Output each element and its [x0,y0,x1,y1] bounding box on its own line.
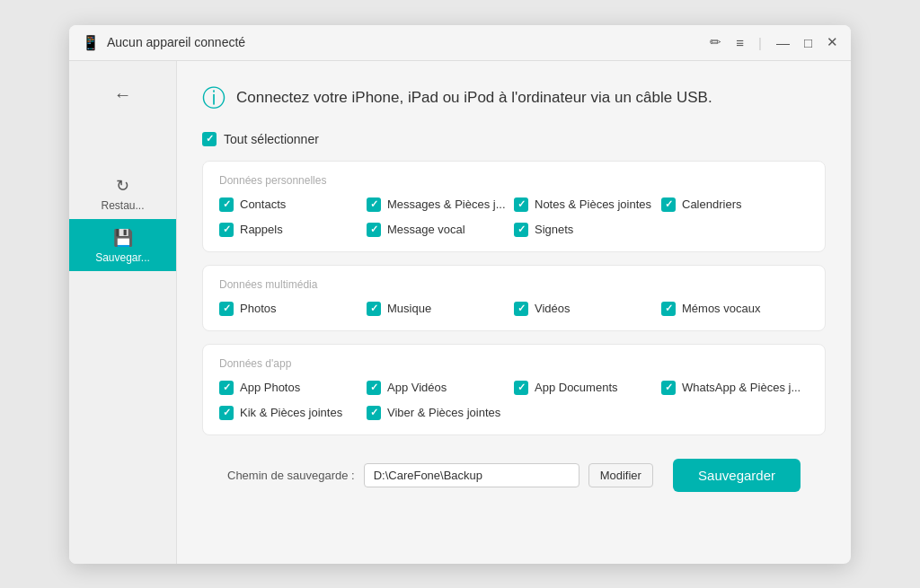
checkbox-messages[interactable] [367,197,381,212]
checkbox-app-photos[interactable] [219,381,234,395]
label-messages: Messages & Pièces j... [387,197,506,211]
section-personal: Données personnelles Contacts Messages &… [202,161,826,252]
list-item: Rappels [219,223,367,237]
app-items-grid: App Photos App Vidéos App Documents What… [219,381,809,420]
titlebar: 📱 Aucun appareil connecté ✏ ≡ | — □ ✕ [69,25,851,61]
checkbox-app-documents[interactable] [514,381,528,395]
multimedia-items-grid: Photos Musique Vidéos Mémos vocaux [219,302,809,316]
edit-icon[interactable]: ✏ [710,34,721,50]
checkbox-message-vocal[interactable] [367,223,381,237]
back-icon: ← [114,84,132,105]
save-sidebar-label: Sauvegar... [95,251,150,264]
list-item: WhatsApp & Pièces j... [661,381,809,395]
label-calendriers: Calendriers [682,197,741,211]
section-multimedia-title: Données multimédia [219,278,809,291]
personal-items-grid: Contacts Messages & Pièces j... Notes & … [219,197,809,237]
label-notes: Notes & Pièces jointes [535,197,651,211]
checkbox-signets[interactable] [514,223,528,237]
modify-button[interactable]: Modifier [588,463,653,487]
label-videos: Vidéos [535,302,571,315]
separator: | [758,35,762,50]
select-all-row: Tout sélectionner [202,132,826,146]
close-button[interactable]: ✕ [827,34,838,50]
label-memos-vocaux: Mémos vocaux [682,302,760,315]
list-item: Kik & Pièces jointes [219,406,367,420]
maximize-button[interactable]: □ [804,35,812,50]
list-item: Musique [367,302,514,316]
label-whatsapp: WhatsApp & Pièces j... [682,381,801,394]
sidebar-item-restore[interactable]: ↻ Restau... [69,167,176,219]
list-item: App Photos [219,381,367,395]
label-kik: Kik & Pièces jointes [240,406,342,419]
list-item: Message vocal [367,223,514,237]
minimize-button[interactable]: — [776,35,790,50]
label-app-documents: App Documents [535,381,618,394]
menu-icon[interactable]: ≡ [736,35,744,50]
list-item: Calendriers [661,197,809,212]
list-item: Contacts [219,197,367,212]
restore-label: Restau... [101,199,144,212]
list-item: Photos [219,302,367,316]
checkbox-viber[interactable] [367,406,381,420]
checkbox-notes[interactable] [514,197,528,212]
label-signets: Signets [535,223,573,236]
list-item: App Vidéos [367,381,514,395]
sidebar-item-save[interactable]: 💾 Sauvegar... [69,219,176,271]
save-button[interactable]: Sauvegarder [673,459,801,492]
label-app-videos: App Vidéos [387,381,447,394]
section-personal-title: Données personnelles [219,174,809,187]
checkbox-rappels[interactable] [219,223,234,237]
content-area: ⓘ Connectez votre iPhone, iPad ou iPod à… [177,61,851,564]
label-contacts: Contacts [240,197,286,211]
sidebar: ← ↻ Restau... 💾 Sauvegar... [69,61,177,564]
list-item: App Documents [514,381,661,395]
checkbox-calendriers[interactable] [661,197,676,212]
window-controls: ✏ ≡ | — □ ✕ [710,34,838,50]
checkbox-videos[interactable] [514,302,528,316]
label-photos: Photos [240,302,276,315]
section-multimedia: Données multimédia Photos Musique Vidéos [202,265,826,331]
header-notice: ⓘ Connectez votre iPhone, iPad ou iPod à… [202,83,826,114]
list-item: Messages & Pièces j... [367,197,514,212]
list-item: Vidéos [514,302,661,316]
label-app-photos: App Photos [240,381,300,394]
label-musique: Musique [387,302,431,315]
list-item: Notes & Pièces jointes [514,197,661,212]
label-rappels: Rappels [240,223,283,236]
window-title: Aucun appareil connecté [107,35,710,49]
label-message-vocal: Message vocal [387,223,465,236]
main-layout: ← ↻ Restau... 💾 Sauvegar... ⓘ Connectez … [69,61,851,564]
bottom-bar: Chemin de sauvegarde : Modifier Sauvegar… [202,448,826,506]
restore-icon: ↻ [116,176,129,196]
notice-icon: ⓘ [202,83,226,114]
checkbox-contacts[interactable] [219,197,234,212]
checkbox-whatsapp[interactable] [661,381,676,395]
path-input[interactable] [364,463,579,487]
section-app: Données d'app App Photos App Vidéos App … [202,344,826,435]
back-button[interactable]: ← [102,77,145,113]
list-item: Signets [514,223,661,237]
checkbox-memos-vocaux[interactable] [661,302,676,316]
app-icon: 📱 [82,34,100,51]
label-viber: Viber & Pièces jointes [387,406,500,419]
checkbox-kik[interactable] [219,406,234,420]
save-icon: 💾 [113,228,133,248]
select-all-label: Tout sélectionner [224,132,319,146]
list-item: Mémos vocaux [661,302,809,316]
section-app-title: Données d'app [219,357,809,370]
notice-text: Connectez votre iPhone, iPad ou iPod à l… [236,87,712,109]
checkbox-musique[interactable] [367,302,381,316]
select-all-checkbox[interactable] [202,132,217,146]
checkbox-app-videos[interactable] [367,381,381,395]
list-item: Viber & Pièces jointes [367,406,514,420]
path-label: Chemin de sauvegarde : [227,469,355,482]
checkbox-photos[interactable] [219,302,234,316]
main-window: 📱 Aucun appareil connecté ✏ ≡ | — □ ✕ ← … [69,25,851,564]
